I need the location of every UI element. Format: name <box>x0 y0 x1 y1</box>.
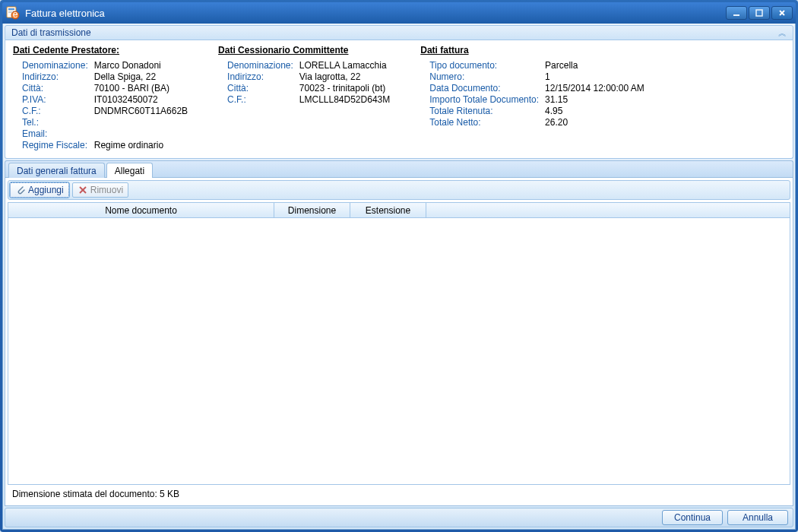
tab-attachments[interactable]: Allegati <box>106 163 153 178</box>
tab-general[interactable]: Dati generali fattura <box>8 163 105 178</box>
label-denominazione: Denominazione: <box>22 60 88 71</box>
value-tel <box>94 117 188 128</box>
value-tipo: Parcella <box>545 60 644 71</box>
app-icon: e <box>5 5 21 21</box>
value-importo: 31.15 <box>545 94 644 105</box>
label-tipo: Tipo documento: <box>429 60 539 71</box>
minimize-button[interactable] <box>726 6 747 20</box>
app-window: e Fattura elettronica Dati di trasmissio… <box>0 0 798 532</box>
value-cust-indirizzo: Via lagrotta, 22 <box>299 71 390 82</box>
close-button[interactable] <box>771 6 793 20</box>
attachments-toolbar: Aggiungi Rimuovi <box>8 180 790 200</box>
remove-button-label: Rimuovi <box>90 185 123 195</box>
cancel-button[interactable]: Annulla <box>727 510 788 525</box>
grid-rows[interactable] <box>8 218 790 484</box>
value-cust-citta: 70023 - trinitapoli (bt) <box>299 83 390 93</box>
transmission-panel-title: Dati di trasmissione <box>11 27 91 38</box>
add-button-label: Aggiungi <box>28 185 64 195</box>
value-cf: DNDMRC60T11A662B <box>94 106 188 116</box>
value-cust-cf: LMCLLL84D52D643M <box>299 94 390 105</box>
supplier-section: Dati Cedente Prestatore: Denominazione: … <box>13 45 188 150</box>
label-email: Email: <box>22 128 88 139</box>
col-spacer <box>426 203 790 217</box>
label-importo: Importo Totale Documento: <box>429 94 539 105</box>
customer-section: Dati Cessionario Committente Denominazio… <box>218 45 390 150</box>
customer-title: Dati Cessionario Committente <box>218 45 390 55</box>
value-denominazione: Marco Donadoni <box>94 60 188 71</box>
value-numero: 1 <box>545 71 644 82</box>
maximize-button[interactable] <box>749 6 770 20</box>
value-ritenuta: 4.95 <box>545 106 644 116</box>
label-cust-citta: Città: <box>227 83 293 93</box>
value-regime: Regime ordinario <box>94 140 188 150</box>
value-email <box>94 128 188 139</box>
paperclip-icon <box>15 185 26 195</box>
tabs: Dati generali fattura Allegati <box>5 160 793 177</box>
label-tel: Tel.: <box>22 117 88 128</box>
tab-content-attachments: Aggiungi Rimuovi Nome documento Dimensio… <box>5 177 793 506</box>
grid-header: Nome documento Dimensione Estensione <box>8 203 790 218</box>
label-ritenuta: Totale Ritenuta: <box>429 106 539 116</box>
value-cust-denominazione: LORELLA Lamacchia <box>299 60 390 71</box>
value-indirizzo: Della Spiga, 22 <box>94 71 188 82</box>
label-data: Data Documento: <box>429 83 539 93</box>
add-button[interactable]: Aggiungi <box>10 182 69 198</box>
col-size[interactable]: Dimensione <box>274 203 350 217</box>
body: Dati di trasmissione ︽ Dati Cedente Pres… <box>2 24 796 530</box>
titlebar[interactable]: e Fattura elettronica <box>2 2 796 24</box>
label-cf: C.F.: <box>22 106 88 116</box>
window-title: Fattura elettronica <box>25 8 726 19</box>
label-indirizzo: Indirizzo: <box>22 71 88 82</box>
bottom-bar: Continua Annulla <box>5 508 793 527</box>
transmission-panel-header[interactable]: Dati di trasmissione ︽ <box>5 25 793 40</box>
label-regime: Regime Fiscale: <box>22 140 88 150</box>
label-numero: Numero: <box>429 71 539 82</box>
supplier-title: Dati Cedente Prestatore: <box>13 45 188 55</box>
remove-button[interactable]: Rimuovi <box>72 182 128 198</box>
delete-icon <box>78 185 88 195</box>
label-cust-cf: C.F.: <box>227 94 293 105</box>
attachments-grid: Nome documento Dimensione Estensione <box>8 202 790 485</box>
invoice-section: Dati fattura Tipo documento: Parcella Nu… <box>420 45 644 150</box>
svg-rect-7 <box>756 10 762 16</box>
value-citta: 70100 - BARI (BA) <box>94 83 188 93</box>
transmission-panel-body: Dati Cedente Prestatore: Denominazione: … <box>5 40 793 159</box>
label-netto: Totale Netto: <box>429 117 539 128</box>
label-citta: Città: <box>22 83 88 93</box>
continue-button[interactable]: Continua <box>662 510 723 525</box>
value-netto: 26.20 <box>545 117 644 128</box>
label-cust-denominazione: Denominazione: <box>227 60 293 71</box>
svg-text:e: e <box>13 9 18 20</box>
estimated-size: Dimensione stimata del documento: 5 KB <box>8 485 790 503</box>
value-data: 12/15/2014 12:00:00 AM <box>545 83 644 93</box>
col-ext[interactable]: Estensione <box>350 203 426 217</box>
value-piva: IT01032450072 <box>94 94 188 105</box>
invoice-title: Dati fattura <box>420 45 644 55</box>
svg-rect-6 <box>733 14 739 16</box>
col-name[interactable]: Nome documento <box>8 203 274 217</box>
chevron-up-icon[interactable]: ︽ <box>778 27 787 39</box>
window-controls <box>726 6 793 20</box>
label-cust-indirizzo: Indirizzo: <box>227 71 293 82</box>
label-piva: P.IVA: <box>22 94 88 105</box>
